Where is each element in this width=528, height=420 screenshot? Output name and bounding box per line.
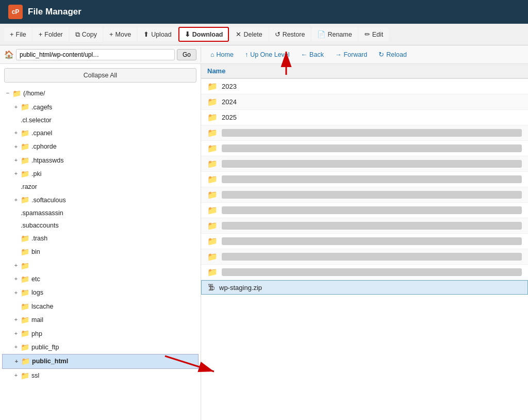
rename-icon: 📄 (317, 30, 325, 38)
file-row-2024[interactable]: 📁2024 (201, 94, 528, 110)
nav-link-up-one-level[interactable]: ↑Up One Level (240, 48, 295, 61)
tree-item-cagefs[interactable]: +📁.cagefs (2, 100, 199, 114)
tree-item-pki[interactable]: +📁.pki (2, 167, 199, 181)
nav-link-reload[interactable]: ↻Reload (373, 47, 412, 61)
toggle-logs[interactable]: + (12, 288, 20, 298)
tree-item-cl-selector[interactable]: .cl.selector (2, 114, 199, 126)
file-row-2023[interactable]: 📁2023 (201, 79, 528, 94)
file-name-blurred-blur9 (222, 253, 522, 261)
file-row-blur7[interactable]: 📁 (201, 218, 528, 234)
upload-icon: ⬆ (143, 30, 149, 38)
back-nav-icon: ← (301, 51, 308, 58)
folder-icon-blur1: 📁 (207, 128, 218, 138)
tree-item-htpasswds[interactable]: +📁.htpasswds (2, 154, 199, 167)
toggle-ssl[interactable]: + (12, 371, 20, 380)
tree-item-public_ftp[interactable]: +📁public_ftp (2, 341, 199, 354)
file-row-blur6[interactable]: 📁 (201, 203, 528, 218)
folder-button[interactable]: +Folder (33, 27, 69, 41)
go-button[interactable]: Go (177, 49, 196, 60)
toggle-etc[interactable]: + (12, 274, 20, 284)
back-nav-label: Back (309, 51, 324, 58)
toggle-cphorde[interactable]: + (12, 142, 20, 152)
rename-button[interactable]: 📄Rename (311, 27, 357, 41)
folder-icon-bin: 📁 (21, 246, 29, 257)
nav-link-back[interactable]: ←Back (296, 48, 329, 61)
tree-item-spamassassin[interactable]: .spamassassin (2, 207, 199, 219)
restore-button[interactable]: ↺Restore (269, 27, 311, 41)
path-bar: 🏠 Go (0, 47, 201, 62)
toggle-htpasswds[interactable]: + (12, 156, 20, 165)
upload-button[interactable]: ⬆Upload (138, 27, 177, 41)
tree-label-logs: logs (31, 287, 43, 298)
file-row-blur9[interactable]: 📁 (201, 249, 528, 265)
tree-item-cphorde[interactable]: +📁.cphorde (2, 140, 199, 153)
tree-item-razor[interactable]: .razor (2, 181, 199, 193)
download-button[interactable]: ⬇Download (178, 27, 229, 42)
toggle-mail[interactable]: + (12, 315, 20, 325)
copy-button[interactable]: ⧉Copy (70, 27, 103, 42)
folder-icon-public_html: 📁 (21, 356, 30, 367)
tree-item-softaculous[interactable]: +📁.softaculous (2, 193, 199, 206)
move-label: Move (116, 31, 131, 38)
sidebar: Collapse All −📁(/home/ +📁.cagefs.cl.sele… (0, 64, 201, 420)
toggle-home-root[interactable]: − (4, 89, 11, 98)
tree-label-bin: bin (31, 247, 40, 257)
tree-item-home-root[interactable]: −📁(/home/ (2, 87, 199, 100)
tree-item-subaccounts[interactable]: .subaccounts (2, 219, 199, 232)
file-row-2025[interactable]: 📁2025 (201, 110, 528, 125)
home-icon[interactable]: 🏠 (4, 50, 14, 59)
toggle-public_html[interactable]: + (13, 357, 20, 366)
toggle-softaculous[interactable]: + (12, 196, 20, 205)
forward-nav-label: Forward (343, 51, 367, 58)
tree-item-ssl[interactable]: +📁ssl (2, 369, 199, 382)
file-button[interactable]: +File (4, 27, 32, 41)
tree-item-lscache[interactable]: 📁lscache (2, 300, 199, 313)
toggle-pki[interactable]: + (12, 169, 20, 179)
file-row-blur1[interactable]: 📁 (201, 125, 528, 141)
toggle-blurred1[interactable]: + (12, 261, 20, 270)
file-row-wp-staging[interactable]: 🗜wp-staging.zip (201, 280, 528, 295)
file-row-blur8[interactable]: 📁 (201, 234, 528, 249)
file-list: Name 📁2023📁2024📁2025📁 📁 📁 📁 📁 📁 📁 📁 📁 📁 … (201, 64, 528, 420)
file-row-blur2[interactable]: 📁 (201, 141, 528, 156)
file-row-blur5[interactable]: 📁 (201, 187, 528, 203)
folder-icon-public_ftp: 📁 (21, 342, 29, 353)
folder-icon-blur9: 📁 (207, 252, 218, 262)
file-name-2023: 2023 (222, 83, 522, 90)
nav-link-forward[interactable]: →Forward (330, 48, 372, 61)
toggle-cpanel[interactable]: + (12, 128, 20, 138)
folder-icon-trash: 📁 (21, 233, 29, 244)
home-nav-icon: ⌂ (210, 51, 214, 58)
toggle-public_ftp[interactable]: + (12, 343, 20, 352)
tree-item-trash[interactable]: 📁.trash (2, 232, 199, 245)
folder-icon-cagefs: 📁 (21, 101, 29, 112)
move-button[interactable]: +Move (104, 27, 137, 41)
tree-label-subaccounts: .subaccounts (21, 220, 59, 231)
folder-icon-softaculous: 📁 (21, 194, 29, 205)
tree-item-public_html[interactable]: +📁public_html (2, 354, 199, 368)
file-name-blurred-blur10 (222, 268, 522, 276)
app-header: cP File Manager (0, 0, 528, 24)
download-icon: ⬇ (185, 30, 190, 38)
tree-item-php[interactable]: +📁php (2, 327, 199, 340)
delete-button[interactable]: ✕Delete (230, 27, 268, 41)
file-name-blurred-blur7 (222, 222, 522, 230)
tree-item-etc[interactable]: +📁etc (2, 272, 199, 286)
tree-item-blurred1[interactable]: +📁 (2, 259, 199, 272)
file-row-blur4[interactable]: 📁 (201, 172, 528, 187)
tree-item-cpanel[interactable]: +📁.cpanel (2, 126, 199, 140)
tree-item-bin[interactable]: 📁bin (2, 245, 199, 259)
file-row-blur10[interactable]: 📁 (201, 265, 528, 280)
folder-icon-2025: 📁 (207, 112, 218, 122)
path-input[interactable] (16, 49, 175, 60)
tree-label-spamassassin: .spamassassin (21, 208, 63, 218)
toggle-cagefs[interactable]: + (12, 103, 20, 112)
tree-item-mail[interactable]: +📁mail (2, 313, 199, 327)
edit-button[interactable]: ✏Edit (359, 27, 389, 41)
file-row-blur3[interactable]: 📁 (201, 156, 528, 172)
collapse-all-button[interactable]: Collapse All (4, 68, 196, 83)
file-name-blurred-blur8 (222, 237, 522, 245)
tree-item-logs[interactable]: +📁logs (2, 286, 199, 299)
toggle-php[interactable]: + (12, 329, 20, 338)
nav-link-home[interactable]: ⌂Home (205, 48, 239, 61)
